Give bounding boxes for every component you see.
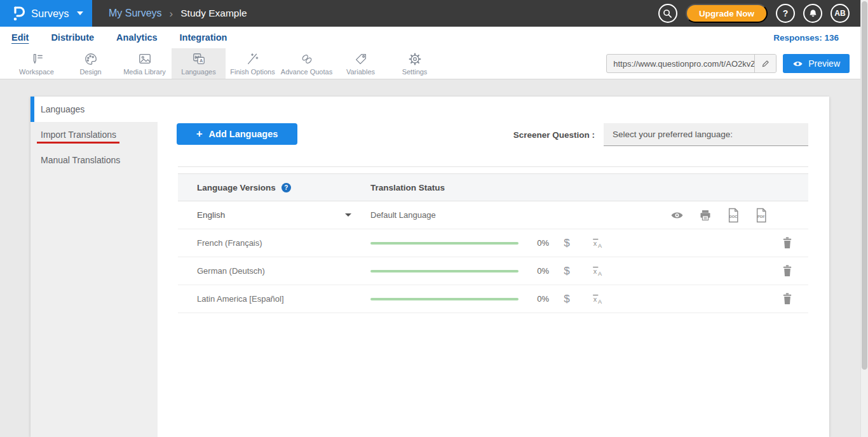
add-languages-button[interactable]: + Add Languages [177, 123, 297, 145]
tab-edit[interactable]: Edit [11, 32, 29, 43]
sidebar-item-manual-translations[interactable]: Manual Translations [31, 147, 158, 173]
edit-toolbar: Workspace Design Media Library A Languag… [0, 48, 860, 79]
eye-icon [670, 211, 684, 220]
wand-icon [246, 52, 260, 66]
app-logo-menu[interactable]: Surveys [0, 0, 92, 27]
svg-text:A: A [598, 271, 602, 277]
breadcrumb-my-surveys[interactable]: My Surveys [109, 8, 162, 19]
tool-label: Design [79, 68, 101, 76]
svg-text:x: x [593, 239, 597, 246]
upgrade-now-button[interactable]: Upgrade Now [686, 4, 768, 23]
default-language-select[interactable]: English [178, 210, 370, 220]
view-survey-button[interactable] [670, 211, 684, 220]
bell-icon [808, 9, 818, 18]
tool-label: Variables [346, 68, 375, 76]
print-button[interactable] [699, 209, 712, 222]
tool-media-library[interactable]: Media Library [118, 48, 172, 79]
page-scrollbar[interactable] [860, 0, 868, 437]
toolbar-right: https://www.questionpro.com/t/AO2kvZ Pre… [606, 48, 860, 79]
image-icon [138, 52, 152, 66]
paid-translation-icon[interactable]: $ [564, 293, 569, 306]
screener-question-group: Screener Question : Select your preferre… [513, 123, 808, 146]
translate-icon: x A [591, 237, 604, 250]
breadcrumb-current-survey: Study Example [180, 8, 247, 19]
topbar-actions: Upgrade Now ? AB [658, 4, 860, 23]
language-versions-table: Language Versions ? Translation Status E… [178, 173, 808, 313]
translation-progress-bar [370, 270, 519, 272]
tool-advance-quotas[interactable]: Advance Quotas [280, 48, 334, 79]
help-button[interactable]: ? [776, 4, 795, 23]
questionpro-logo-icon [11, 5, 25, 22]
tool-settings[interactable]: Settings [388, 48, 442, 79]
tool-design[interactable]: Design [64, 48, 118, 79]
auto-translate-button[interactable]: x A [591, 265, 604, 278]
search-icon [663, 9, 672, 18]
table-header-row: Language Versions ? Translation Status [178, 173, 808, 201]
doc-label: DOC [729, 214, 738, 218]
column-header-label: Language Versions [197, 183, 276, 192]
tool-label: Advance Quotas [281, 68, 332, 76]
sidebar-item-languages[interactable]: Languages [31, 97, 158, 122]
column-header-translation-status: Translation Status [370, 183, 445, 192]
svg-text:A: A [199, 58, 203, 64]
survey-nav-tabs: Edit Distribute Analytics Integration Re… [0, 27, 860, 48]
sidebar-item-label: Manual Translations [41, 155, 120, 165]
chevron-down-icon [77, 11, 83, 15]
preview-label: Preview [808, 58, 840, 69]
tab-distribute[interactable]: Distribute [51, 32, 94, 43]
delete-language-button[interactable] [782, 265, 792, 277]
chain-icon [300, 52, 314, 66]
languages-sidebar: Languages Import Translations Manual Tra… [31, 97, 158, 437]
tool-variables[interactable]: Variables [334, 48, 388, 79]
tool-finish-options[interactable]: Finish Options [226, 48, 280, 79]
svg-text:x: x [593, 267, 597, 274]
tool-languages[interactable]: A Languages [172, 48, 226, 79]
tool-label: Workspace [19, 68, 54, 76]
screener-question-select[interactable]: Select your preferred language: [604, 123, 808, 146]
plus-icon: + [196, 128, 203, 140]
auto-translate-button[interactable]: x A [591, 237, 604, 250]
brand-label: Surveys [31, 8, 69, 20]
scrollbar-thumb[interactable] [862, 1, 867, 370]
export-doc-button[interactable]: DOC [727, 208, 740, 223]
trash-icon [782, 293, 792, 305]
preview-button[interactable]: Preview [783, 54, 850, 73]
edit-url-button[interactable] [754, 55, 776, 72]
language-name: German (Deutsch) [178, 266, 370, 276]
responses-count[interactable]: Responses: 136 [773, 33, 860, 43]
tool-label: Media Library [123, 68, 166, 76]
sidebar-item-import-translations[interactable]: Import Translations [31, 122, 158, 147]
avatar[interactable]: AB [831, 4, 850, 23]
translation-progress-bar [370, 298, 519, 300]
default-language-value: English [197, 210, 225, 220]
printer-icon [699, 209, 712, 222]
paid-translation-icon[interactable]: $ [564, 237, 569, 250]
notifications-button[interactable] [803, 4, 822, 23]
paid-translation-icon[interactable]: $ [564, 265, 569, 278]
survey-url-box: https://www.questionpro.com/t/AO2kvZ [606, 54, 776, 73]
auto-translate-button[interactable]: x A [591, 293, 604, 306]
languages-panel: Languages Import Translations Manual Tra… [31, 97, 829, 437]
language-name: Latin America [Español] [178, 294, 370, 304]
translate-icon: x A [591, 293, 604, 306]
svg-text:x: x [593, 295, 597, 302]
survey-url-value[interactable]: https://www.questionpro.com/t/AO2kvZ [607, 59, 754, 69]
svg-text:A: A [598, 299, 602, 305]
tool-workspace[interactable]: Workspace [10, 48, 64, 79]
table-row-language: German (Deutsch) 0% $ x A [178, 257, 808, 285]
search-button[interactable] [658, 4, 677, 23]
help-icon[interactable]: ? [281, 183, 291, 192]
default-language-status: Default Language [370, 210, 436, 220]
table-row-language: Latin America [Español] 0% $ x A [178, 285, 808, 313]
breadcrumb-chevron-icon: › [170, 8, 173, 19]
delete-language-button[interactable] [782, 237, 792, 249]
translation-progress-percent: 0% [519, 238, 549, 248]
default-language-status-cell: Default Language [370, 208, 808, 223]
tab-analytics[interactable]: Analytics [116, 32, 157, 43]
delete-language-button[interactable] [782, 293, 792, 305]
top-bar: Surveys My Surveys › Study Example Upgra… [0, 0, 860, 27]
translate-icon: x A [591, 265, 604, 278]
gear-icon [408, 52, 422, 66]
export-pdf-button[interactable]: PDF [755, 208, 768, 223]
tab-integration[interactable]: Integration [180, 32, 227, 43]
